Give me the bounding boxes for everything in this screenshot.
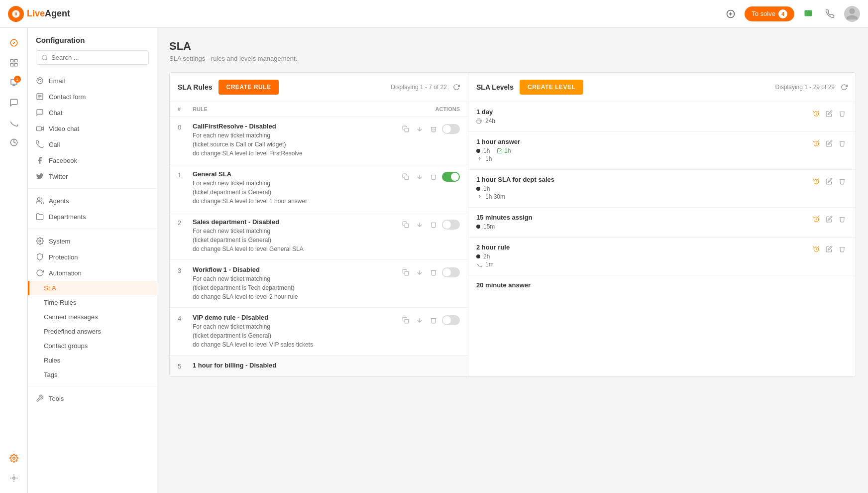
svg-point-14 xyxy=(37,78,43,84)
logo: LiveAgent xyxy=(8,6,70,22)
divider-1 xyxy=(28,188,157,189)
toggle-rule-2[interactable] xyxy=(442,220,460,230)
edit-level-0[interactable] xyxy=(824,108,835,119)
sub-item-predefined-answers[interactable]: Predefined answers xyxy=(28,324,157,339)
copy-rule-3[interactable] xyxy=(400,267,411,278)
sidebar-icon-home[interactable] xyxy=(5,34,23,52)
alarm-level-2[interactable] xyxy=(811,176,822,187)
create-rule-button[interactable]: CREATE RULE xyxy=(218,80,279,95)
reorder-rule-2[interactable] xyxy=(414,219,425,230)
create-level-button[interactable]: CREATE LEVEL xyxy=(520,80,583,95)
nav-item-tools[interactable]: Tools xyxy=(28,390,157,406)
nav-item-chat[interactable]: Chat xyxy=(28,105,157,121)
sla-container: SLA Rules CREATE RULE Displaying 1 - 7 o… xyxy=(169,72,856,376)
avatar[interactable] xyxy=(844,6,860,22)
protection-icon xyxy=(36,253,44,261)
edit-level-1[interactable] xyxy=(824,138,835,149)
rule-name-5: 1 hour for billing - Disabled xyxy=(193,362,400,369)
svg-rect-5 xyxy=(10,59,13,62)
sidebar-icon-analytics[interactable] xyxy=(5,133,23,151)
sidebar-icon-tickets[interactable]: 1 xyxy=(5,74,23,92)
sidebar-icon-chat[interactable] xyxy=(5,94,23,112)
chat-icon[interactable] xyxy=(800,6,816,22)
delete-level-3[interactable] xyxy=(837,214,848,225)
sub-item-tags[interactable]: Tags xyxy=(28,368,157,382)
sidebar-icon-phone[interactable] xyxy=(5,114,23,131)
nav-item-video-chat-label: Video chat xyxy=(49,125,79,132)
alarm-level-3[interactable] xyxy=(811,214,822,225)
sub-item-rules[interactable]: Rules xyxy=(28,353,157,368)
add-icon[interactable] xyxy=(723,6,739,22)
delete-level-2[interactable] xyxy=(837,176,848,187)
nav-item-video-chat[interactable]: Video chat xyxy=(28,121,157,136)
sla-rules-panel: SLA Rules CREATE RULE Displaying 1 - 7 o… xyxy=(170,73,468,376)
reorder-rule-0[interactable] xyxy=(414,123,425,134)
rule-num-5: 5 xyxy=(178,362,193,370)
svg-rect-25 xyxy=(405,176,409,180)
sub-item-canned-messages[interactable]: Canned messages xyxy=(28,310,157,324)
level-detail-4-call: 1m xyxy=(476,261,811,268)
edit-level-4[interactable] xyxy=(824,244,835,254)
sla-levels-refresh[interactable] xyxy=(841,84,848,91)
toggle-rule-3[interactable] xyxy=(442,267,460,277)
delete-level-1[interactable] xyxy=(837,138,848,149)
copy-rule-4[interactable] xyxy=(400,315,411,326)
sla-levels-title: SLA Levels xyxy=(476,83,514,91)
edit-level-3[interactable] xyxy=(824,214,835,225)
alarm-level-4[interactable] xyxy=(811,244,822,254)
delete-rule-4[interactable] xyxy=(428,315,439,326)
nav-item-email[interactable]: Email xyxy=(28,73,157,89)
level-actions-3 xyxy=(811,214,848,225)
edit-level-2[interactable] xyxy=(824,176,835,187)
sub-item-contact-groups[interactable]: Contact groups xyxy=(28,339,157,353)
sla-rules-refresh[interactable] xyxy=(453,84,460,91)
sub-item-sla[interactable]: SLA xyxy=(28,281,157,295)
copy-rule-1[interactable] xyxy=(400,171,411,182)
nav-item-departments[interactable]: Departments xyxy=(28,209,157,225)
logo-text: LiveAgent xyxy=(27,8,70,19)
rule-content-1: General SLA For each new ticket matching… xyxy=(193,170,400,206)
delete-level-0[interactable] xyxy=(837,108,848,119)
delete-level-4[interactable] xyxy=(837,244,848,254)
level-detail-2-arrow: 1h 30m xyxy=(476,193,811,200)
toggle-rule-0[interactable] xyxy=(442,124,460,134)
delete-rule-2[interactable] xyxy=(428,219,439,230)
copy-rule-0[interactable] xyxy=(400,123,411,134)
nav-item-contact-form[interactable]: Contact form xyxy=(28,89,157,105)
nav-item-agents[interactable]: Agents xyxy=(28,193,157,209)
reorder-rule-3[interactable] xyxy=(414,267,425,278)
delete-rule-3[interactable] xyxy=(428,267,439,278)
phone-icon[interactable] xyxy=(822,6,838,22)
nav-item-call[interactable]: Call xyxy=(28,136,157,152)
reorder-rule-1[interactable] xyxy=(414,171,425,182)
rule-row-5: 5 1 hour for billing - Disabled xyxy=(170,356,468,376)
reorder-rule-4[interactable] xyxy=(414,315,425,326)
sidebar-icon-plugins[interactable] xyxy=(5,469,23,487)
to-solve-button[interactable]: To solve 4 xyxy=(745,6,794,21)
sidebar-icon-config[interactable] xyxy=(5,449,23,467)
sub-item-time-rules[interactable]: Time Rules xyxy=(28,295,157,310)
search-input[interactable] xyxy=(51,54,143,61)
toggle-rule-1[interactable] xyxy=(442,172,460,182)
nav-item-system[interactable]: System xyxy=(28,233,157,249)
nav-item-twitter[interactable]: Twitter xyxy=(28,168,157,184)
rule-row-1: 1 General SLA For each new ticket matchi… xyxy=(170,164,468,212)
delete-rule-1[interactable] xyxy=(428,171,439,182)
nav-item-email-label: Email xyxy=(49,77,65,85)
main-content: SLA SLA settings - rules and levels mana… xyxy=(157,28,868,493)
nav-item-protection[interactable]: Protection xyxy=(28,249,157,265)
rule-actions-4 xyxy=(400,314,460,326)
level-detail-3-dot: 15m xyxy=(476,223,811,230)
departments-icon xyxy=(36,213,44,221)
delete-rule-0[interactable] xyxy=(428,123,439,134)
alarm-level-1[interactable] xyxy=(811,138,822,149)
nav-item-facebook[interactable]: Facebook xyxy=(28,152,157,168)
col-rule: Rule xyxy=(193,106,400,112)
sidebar-icon-dashboard[interactable] xyxy=(5,54,23,72)
copy-rule-2[interactable] xyxy=(400,219,411,230)
alarm-level-0[interactable] xyxy=(811,108,822,119)
divider-2 xyxy=(28,229,157,229)
nav-item-automation[interactable]: Automation xyxy=(28,265,157,281)
toggle-rule-4[interactable] xyxy=(442,315,460,325)
search-box[interactable] xyxy=(36,50,149,65)
